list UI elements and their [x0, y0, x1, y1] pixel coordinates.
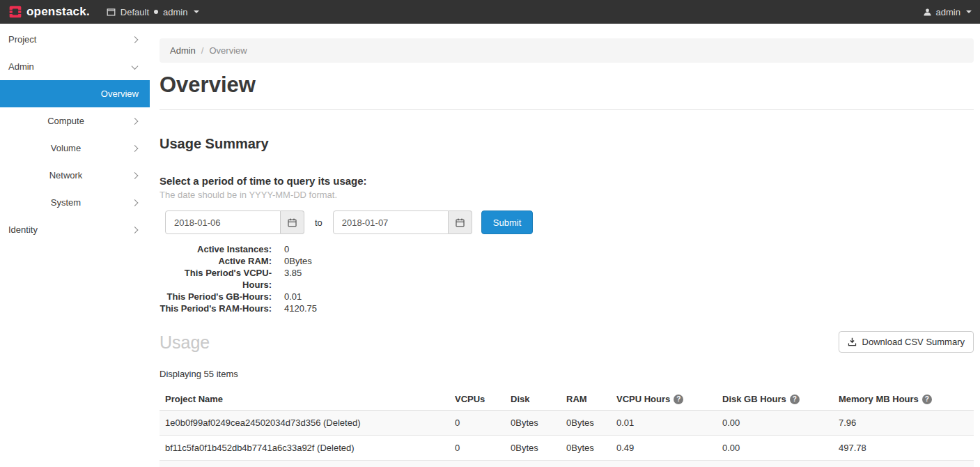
caret-down-icon [966, 10, 972, 13]
chevron-right-icon [132, 145, 139, 152]
brand-link[interactable]: openstack. [8, 5, 90, 19]
cell-disk: 0Bytes [505, 461, 561, 467]
sidebar-item-network[interactable]: Network [0, 162, 150, 189]
top-navbar: openstack. Default admin admin [0, 0, 980, 24]
column-project-name: Project Name [160, 388, 449, 411]
main-content: Admin / Overview Overview Usage Summary … [150, 24, 980, 467]
usage-table-heading: Usage [160, 332, 210, 353]
usage-summary-heading: Usage Summary [160, 136, 974, 152]
stat-value: 0 [284, 243, 289, 255]
sidebar-item-system[interactable]: System [0, 189, 150, 216]
cell-disk-gb-hours: 0.00 [717, 461, 833, 467]
context-project: admin [163, 7, 187, 17]
cell-vcpus: 0 [449, 436, 505, 461]
download-csv-label: Download CSV Summary [862, 337, 965, 347]
calendar-icon [288, 218, 297, 227]
breadcrumb: Admin / Overview [160, 38, 974, 63]
sidebar-item-admin[interactable]: Admin [0, 53, 150, 80]
date-from-calendar-button[interactable] [281, 210, 304, 234]
submit-button[interactable]: Submit [481, 210, 533, 234]
date-from-group [165, 210, 304, 234]
table-row: ea1f2f357c09465eb6991edf7079efbe (Delete… [160, 461, 974, 467]
cell-vcpus: 0 [449, 411, 505, 436]
date-format-hint: The date should be in YYYY-MM-DD format. [160, 190, 974, 200]
date-to-calendar-button[interactable] [449, 210, 472, 234]
breadcrumb-separator: / [201, 45, 204, 56]
bullet-separator-icon [154, 10, 158, 14]
sidebar-item-label: Project [8, 34, 36, 45]
sidebar-item-overview[interactable]: Overview [0, 80, 150, 107]
domain-icon [107, 8, 116, 17]
sidebar-item-label: Overview [101, 89, 139, 99]
sidebar-item-project[interactable]: Project [0, 26, 150, 53]
download-csv-button[interactable]: Download CSV Summary [839, 331, 974, 353]
column-label: Disk GB Hours [722, 394, 786, 404]
sidebar-item-compute[interactable]: Compute [0, 107, 150, 135]
cell-project-name: bf11c5fa0f1b452db4b7741a6c33a92f (Delete… [160, 436, 449, 461]
date-range-form: to Submit [165, 210, 974, 234]
breadcrumb-current: Overview [209, 45, 247, 56]
sidebar-nav: Project Admin Overview Compute Volume Ne… [0, 24, 150, 467]
stat-value: 0.01 [284, 291, 302, 303]
cell-ram: 0Bytes [561, 461, 611, 467]
cell-ram: 0Bytes [561, 436, 611, 461]
brand-text: openstack. [26, 5, 90, 19]
column-ram: RAM [561, 388, 611, 411]
to-label: to [315, 217, 322, 228]
stat-label: This Period's VCPU-Hours: [160, 267, 272, 291]
user-icon [923, 8, 932, 17]
caret-down-icon [194, 10, 199, 13]
date-from-input[interactable] [165, 210, 281, 234]
column-disk: Disk [505, 388, 561, 411]
date-to-group [333, 210, 472, 234]
stat-row: This Period's RAM-Hours: 4120.75 [160, 303, 974, 314]
column-disk-gb-hours: Disk GB Hours [717, 388, 833, 411]
stat-row: This Period's VCPU-Hours: 3.85 [160, 267, 974, 291]
date-range-prompt: Select a period of time to query its usa… [160, 175, 974, 187]
cell-disk-gb-hours: 0.00 [717, 436, 833, 461]
cell-vcpu-hours: 0.11 [611, 461, 717, 467]
cell-memory-mb-hours: 110.93 [833, 461, 974, 467]
title-divider [160, 109, 974, 110]
sidebar-item-volume[interactable]: Volume [0, 135, 150, 162]
stat-value: 4120.75 [284, 303, 317, 314]
chevron-right-icon [132, 36, 139, 43]
openstack-logo-icon [8, 5, 22, 19]
chevron-down-icon [132, 63, 139, 70]
download-icon [848, 337, 857, 346]
help-icon[interactable] [922, 395, 932, 404]
cell-disk: 0Bytes [505, 436, 561, 461]
stat-label: Active Instances: [160, 243, 272, 255]
cell-vcpus: 0 [449, 461, 505, 467]
cell-project-name: ea1f2f357c09465eb6991edf7079efbe (Delete… [160, 461, 449, 467]
table-header-row: Project Name VCPUs Disk RAM VCPU Hours D… [160, 388, 974, 411]
sidebar-item-label: Identity [8, 224, 38, 235]
user-menu[interactable]: admin [923, 7, 972, 17]
stat-label: Active RAM: [160, 255, 272, 267]
column-label: VCPUs [455, 394, 485, 404]
domain-project-switcher[interactable]: Default admin [107, 7, 200, 17]
sidebar-item-label: System [51, 197, 81, 208]
sidebar-item-identity[interactable]: Identity [0, 216, 150, 243]
cell-memory-mb-hours: 497.78 [833, 436, 974, 461]
breadcrumb-admin-link[interactable]: Admin [170, 45, 196, 56]
usage-table: Project Name VCPUs Disk RAM VCPU Hours D… [160, 388, 974, 467]
help-icon[interactable] [790, 395, 800, 404]
calendar-icon [456, 218, 465, 227]
sidebar-item-label: Volume [51, 143, 81, 153]
column-label: Disk [511, 394, 529, 404]
chevron-right-icon [132, 227, 139, 234]
chevron-right-icon [132, 118, 139, 125]
stat-row: Active Instances: 0 [160, 243, 974, 255]
context-domain: Default [120, 7, 149, 17]
cell-ram: 0Bytes [561, 411, 611, 436]
user-name: admin [936, 7, 960, 17]
cell-disk: 0Bytes [505, 411, 561, 436]
date-to-input[interactable] [333, 210, 449, 234]
table-row: bf11c5fa0f1b452db4b7741a6c33a92f (Delete… [160, 436, 974, 461]
sidebar-item-label: Compute [47, 116, 84, 126]
items-count: Displaying 55 items [160, 369, 974, 379]
cell-memory-mb-hours: 7.96 [833, 411, 974, 436]
column-vcpu-hours: VCPU Hours [611, 388, 717, 411]
help-icon[interactable] [674, 395, 683, 404]
